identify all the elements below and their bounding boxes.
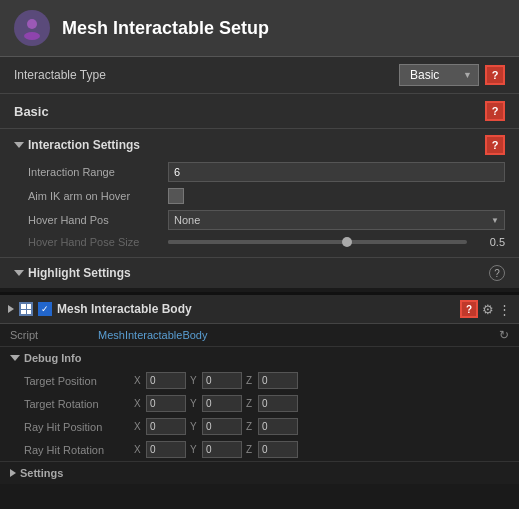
target-rotation-label: Target Rotation	[24, 398, 134, 410]
settings-header: Settings	[0, 461, 519, 484]
tr-x-axis-label: X	[134, 398, 144, 409]
tr-z-axis-label: Z	[246, 398, 256, 409]
interaction-range-input[interactable]	[168, 162, 505, 182]
bottom-panel-title: Mesh Interactable Body	[57, 302, 455, 316]
ray-hit-position-z-input[interactable]	[258, 418, 298, 435]
aim-ik-row: Aim IK arm on Hover	[14, 185, 505, 207]
ray-hit-position-label: Ray Hit Position	[24, 421, 134, 433]
header-icon	[14, 10, 50, 46]
aim-ik-checkbox[interactable]	[168, 188, 184, 204]
svg-point-0	[27, 19, 37, 29]
basic-label: Basic	[14, 104, 49, 119]
target-position-z-input[interactable]	[258, 372, 298, 389]
script-row: Script MeshInteractableBody ↻	[0, 324, 519, 347]
interaction-settings-help-button[interactable]: ?	[485, 135, 505, 155]
target-position-label: Target Position	[24, 375, 134, 387]
debug-info-label: Debug Info	[24, 352, 81, 364]
tr-y-axis-label: Y	[190, 398, 200, 409]
bottom-panel: ✓ Mesh Interactable Body ? ⚙ ⋮ Script Me…	[0, 292, 519, 484]
script-link-icon[interactable]: ↻	[499, 328, 509, 342]
highlight-settings-help-button[interactable]: ?	[489, 265, 505, 281]
interaction-settings-title: Interaction Settings	[14, 138, 140, 152]
ray-hit-rotation-row: Ray Hit Rotation X Y Z	[0, 438, 519, 461]
rhp-y-axis-label: Y	[190, 421, 200, 432]
ray-hit-rotation-z-input[interactable]	[258, 441, 298, 458]
component-icon	[19, 302, 33, 316]
target-rotation-z-input[interactable]	[258, 395, 298, 412]
ray-hit-rotation-x-input[interactable]	[146, 441, 186, 458]
debug-collapse-icon	[10, 355, 20, 361]
slider-thumb	[342, 237, 352, 247]
target-position-y-field: Y	[190, 372, 242, 389]
ray-hit-position-z-field: Z	[246, 418, 298, 435]
basic-section-row: Basic ?	[0, 94, 519, 129]
rhr-y-axis-label: Y	[190, 444, 200, 455]
ray-hit-position-y-field: Y	[190, 418, 242, 435]
target-position-y-input[interactable]	[202, 372, 242, 389]
ray-hit-rotation-label: Ray Hit Rotation	[24, 444, 134, 456]
page-title: Mesh Interactable Setup	[62, 18, 269, 39]
bottom-help-button[interactable]: ?	[460, 300, 478, 318]
ray-hit-position-row: Ray Hit Position X Y Z	[0, 415, 519, 438]
interactable-type-row: Interactable Type Basic ?	[0, 57, 519, 94]
ray-hit-rotation-fields: X Y Z	[134, 441, 509, 458]
hover-hand-pose-size-label: Hover Hand Pose Size	[28, 236, 168, 248]
hover-hand-pose-size-row: Hover Hand Pose Size 0.5	[14, 233, 505, 251]
ray-hit-rotation-y-field: Y	[190, 441, 242, 458]
ray-hit-position-y-input[interactable]	[202, 418, 242, 435]
hover-hand-pose-size-slider[interactable]: 0.5	[168, 236, 505, 248]
ray-hit-position-fields: X Y Z	[134, 418, 509, 435]
rhp-x-axis-label: X	[134, 421, 144, 432]
hover-hand-pos-dropdown[interactable]: None	[168, 210, 505, 230]
y-axis-label: Y	[190, 375, 200, 386]
rhr-x-axis-label: X	[134, 444, 144, 455]
collapse-icon	[14, 142, 24, 148]
hover-hand-pose-size-value: 0.5	[475, 236, 505, 248]
ray-hit-rotation-y-input[interactable]	[202, 441, 242, 458]
rhp-z-axis-label: Z	[246, 421, 256, 432]
debug-info-header: Debug Info	[0, 347, 519, 369]
target-rotation-y-input[interactable]	[202, 395, 242, 412]
hover-hand-pos-label: Hover Hand Pos	[28, 214, 168, 226]
target-rotation-x-field: X	[134, 395, 186, 412]
ray-hit-rotation-x-field: X	[134, 441, 186, 458]
interactable-type-label: Interactable Type	[14, 68, 106, 82]
target-rotation-z-field: Z	[246, 395, 298, 412]
ray-hit-position-x-input[interactable]	[146, 418, 186, 435]
sliders-icon[interactable]: ⚙	[482, 302, 494, 317]
panel-header: Mesh Interactable Setup	[0, 0, 519, 57]
highlight-settings-row: Highlight Settings ?	[0, 257, 519, 288]
rhr-z-axis-label: Z	[246, 444, 256, 455]
interaction-range-label: Interaction Range	[28, 166, 168, 178]
highlight-settings-title: Highlight Settings	[14, 266, 131, 280]
ray-hit-position-x-field: X	[134, 418, 186, 435]
target-rotation-x-input[interactable]	[146, 395, 186, 412]
settings-label: Settings	[20, 467, 63, 479]
interaction-range-row: Interaction Range	[14, 159, 505, 185]
target-position-z-field: Z	[246, 372, 298, 389]
highlight-collapse-icon	[14, 270, 24, 276]
x-axis-label: X	[134, 375, 144, 386]
target-position-fields: X Y Z	[134, 372, 509, 389]
svg-point-1	[24, 32, 40, 40]
target-rotation-y-field: Y	[190, 395, 242, 412]
ray-hit-rotation-z-field: Z	[246, 441, 298, 458]
interactable-type-help-button[interactable]: ?	[485, 65, 505, 85]
hover-hand-pos-row: Hover Hand Pos None	[14, 207, 505, 233]
slider-fill	[168, 240, 347, 244]
target-rotation-fields: X Y Z	[134, 395, 509, 412]
z-axis-label: Z	[246, 375, 256, 386]
basic-help-button[interactable]: ?	[485, 101, 505, 121]
target-position-x-input[interactable]	[146, 372, 186, 389]
target-position-x-field: X	[134, 372, 186, 389]
bottom-panel-header: ✓ Mesh Interactable Body ? ⚙ ⋮	[0, 295, 519, 324]
interaction-settings-section: Interaction Settings ? Interaction Range…	[0, 129, 519, 257]
target-rotation-row: Target Rotation X Y Z	[0, 392, 519, 415]
component-enabled-checkbox[interactable]: ✓	[38, 302, 52, 316]
bottom-collapse-icon	[8, 305, 14, 313]
bottom-panel-actions: ? ⚙ ⋮	[460, 300, 511, 318]
interactable-type-dropdown[interactable]: Basic	[399, 64, 479, 86]
target-position-row: Target Position X Y Z	[0, 369, 519, 392]
script-value[interactable]: MeshInteractableBody	[98, 329, 491, 341]
more-options-icon[interactable]: ⋮	[498, 302, 511, 317]
